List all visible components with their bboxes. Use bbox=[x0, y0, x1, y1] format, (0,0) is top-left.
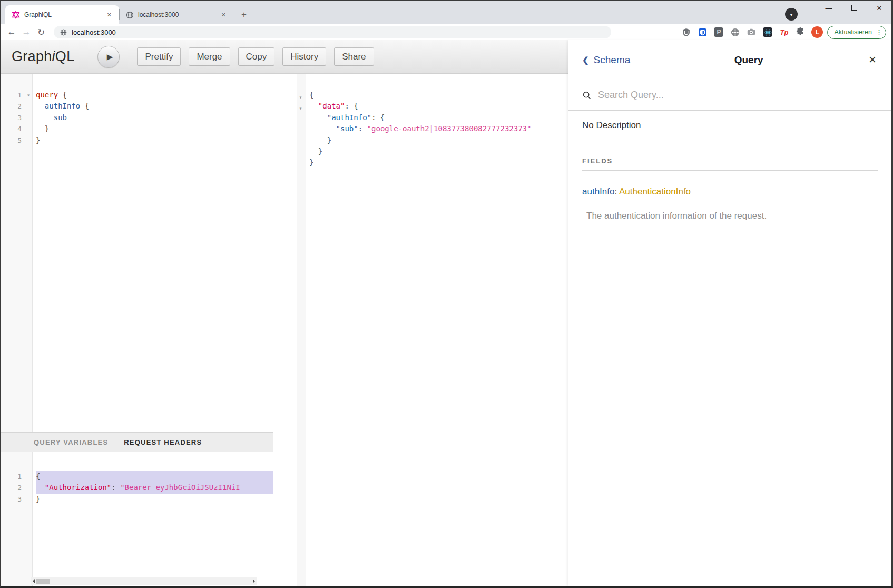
new-tab-button[interactable]: + bbox=[237, 7, 251, 22]
code-line: query { bbox=[36, 90, 273, 101]
gutter-line: 3 bbox=[1, 494, 32, 505]
browser-window: GraphiQL ✕ localhost:3000 ✕ + ▾ — ✕ ← → bbox=[0, 0, 893, 588]
code-line: "sub": "google-oauth2|108377380082777232… bbox=[309, 123, 568, 134]
reload-button[interactable]: ↻ bbox=[34, 27, 48, 38]
scrollbar-thumb[interactable] bbox=[36, 579, 50, 584]
gutter-line: 3 bbox=[1, 112, 32, 123]
gutter-line: ▾ bbox=[297, 91, 306, 102]
schema-back-link[interactable]: ❮ Schema bbox=[582, 54, 630, 66]
code-line: { bbox=[36, 471, 273, 482]
execute-query-button[interactable]: ▶ bbox=[97, 46, 120, 68]
query-editor-code[interactable]: query { authInfo { sub }} bbox=[33, 74, 273, 432]
toolbar-buttons: Prettify Merge Copy History Share bbox=[137, 47, 374, 66]
share-button[interactable]: Share bbox=[334, 47, 374, 66]
graphql-logo-icon bbox=[12, 11, 20, 19]
fold-arrow-icon[interactable]: ▾ bbox=[299, 105, 302, 111]
gutter-line: 2 bbox=[1, 101, 32, 112]
fold-arrow-icon[interactable]: ▾ bbox=[27, 90, 30, 101]
code-line: authInfo { bbox=[36, 101, 273, 112]
tab-close-icon[interactable]: ✕ bbox=[219, 11, 228, 19]
code-line: "authInfo": { bbox=[309, 112, 568, 123]
code-line: } bbox=[36, 135, 273, 146]
ublock-origin-icon[interactable] bbox=[679, 25, 693, 39]
headers-editor-gutter: 123 bbox=[1, 452, 33, 586]
fold-arrow-icon[interactable]: ▾ bbox=[299, 94, 302, 100]
result-pane: ▾▾ { "data": { "authInfo": { "sub": "goo… bbox=[273, 74, 568, 586]
type-description: No Description bbox=[582, 120, 878, 131]
browser-tab-graphiql[interactable]: GraphiQL ✕ bbox=[5, 5, 119, 24]
gutter-line: 5 bbox=[1, 135, 32, 146]
code-line: } bbox=[36, 123, 273, 134]
tab-close-icon[interactable]: ✕ bbox=[105, 11, 114, 19]
fields-section-label: FIELDS bbox=[582, 157, 878, 171]
profile-avatar[interactable]: L bbox=[811, 26, 823, 38]
gutter-line bbox=[297, 159, 306, 170]
code-line: sub bbox=[36, 112, 273, 123]
result-fold-gutter: ▾▾ bbox=[297, 74, 306, 586]
query-pane: 1▾2345 query { authInfo { sub }} QUERY V… bbox=[1, 74, 273, 586]
tab-request-headers[interactable]: REQUEST HEADERS bbox=[124, 438, 202, 446]
gutter-line bbox=[297, 148, 306, 159]
minimize-button[interactable]: — bbox=[824, 4, 833, 12]
globe-icon bbox=[126, 11, 134, 19]
scroll-left-icon[interactable] bbox=[33, 579, 35, 583]
horizontal-scrollbar[interactable] bbox=[31, 577, 257, 585]
close-window-button[interactable]: ✕ bbox=[875, 4, 884, 12]
graphiql-logo: GraphiQL bbox=[12, 48, 74, 65]
gutter-line bbox=[297, 136, 306, 148]
extensions-puzzle-icon[interactable] bbox=[793, 25, 807, 39]
globe-icon bbox=[60, 29, 67, 36]
prettify-button[interactable]: Prettify bbox=[137, 47, 181, 66]
gutter-line: 1 bbox=[1, 471, 32, 482]
element-picker-icon[interactable] bbox=[728, 25, 742, 39]
back-button[interactable]: ← bbox=[4, 27, 19, 37]
tab-query-variables[interactable]: QUERY VARIABLES bbox=[34, 438, 108, 446]
chevron-left-icon: ❮ bbox=[582, 55, 589, 65]
address-bar[interactable]: localhost:3000 bbox=[54, 26, 611, 38]
field-name-link[interactable]: authInfo bbox=[582, 187, 614, 197]
screenshot-camera-icon[interactable] bbox=[744, 25, 758, 39]
gutter-line bbox=[297, 114, 306, 125]
search-icon bbox=[582, 91, 592, 100]
p-extension-icon[interactable]: P bbox=[712, 25, 725, 39]
secondary-editor-tabs: QUERY VARIABLES REQUEST HEADERS bbox=[1, 432, 273, 452]
forward-button: → bbox=[19, 27, 34, 37]
tab-menu-dropdown-icon[interactable]: ▾ bbox=[785, 8, 798, 21]
update-button-label: Aktualisieren bbox=[834, 28, 872, 36]
history-button[interactable]: History bbox=[282, 47, 326, 66]
field-separator: : bbox=[614, 187, 619, 197]
request-headers-editor[interactable]: 123 { "Authorization": "Bearer eyJhbGciO… bbox=[1, 452, 273, 586]
address-text: localhost:3000 bbox=[72, 28, 116, 36]
close-doc-icon[interactable]: ✕ bbox=[867, 53, 878, 67]
kebab-menu-icon[interactable]: ⋮ bbox=[876, 28, 882, 36]
query-editor[interactable]: 1▾2345 query { authInfo { sub }} bbox=[1, 74, 273, 432]
graphiql-topbar: GraphiQL ▶ Prettify Merge Copy History S… bbox=[1, 40, 568, 74]
copy-button[interactable]: Copy bbox=[238, 47, 275, 66]
schema-back-label: Schema bbox=[594, 54, 631, 66]
maximize-icon bbox=[851, 5, 857, 11]
tab-title: localhost:3000 bbox=[138, 11, 219, 18]
gutter-line: 1▾ bbox=[1, 90, 32, 101]
browser-tab-localhost[interactable]: localhost:3000 ✕ bbox=[120, 5, 233, 24]
result-left-spacer bbox=[273, 74, 297, 586]
react-devtools-icon[interactable] bbox=[761, 25, 774, 39]
gutter-line: ▾ bbox=[297, 102, 306, 113]
field-type-link[interactable]: AuthenticationInfo bbox=[619, 187, 691, 197]
scroll-right-icon[interactable] bbox=[253, 579, 255, 583]
doc-search-input[interactable] bbox=[598, 90, 878, 101]
tampermonkey-icon[interactable]: Tp bbox=[777, 25, 791, 39]
maximize-button[interactable] bbox=[849, 4, 859, 12]
browser-toolbar: ← → ↻ localhost:3000 P bbox=[1, 24, 891, 40]
merge-button[interactable]: Merge bbox=[189, 47, 230, 66]
code-line: "data": { bbox=[309, 101, 568, 112]
code-line: } bbox=[309, 135, 568, 146]
code-line: } bbox=[309, 146, 568, 157]
bitwarden-icon[interactable] bbox=[695, 25, 709, 39]
gutter-line: 4 bbox=[1, 123, 32, 134]
window-controls: — ✕ bbox=[824, 4, 884, 12]
result-viewer: { "data": { "authInfo": { "sub": "google… bbox=[306, 74, 568, 586]
headers-editor-code[interactable]: { "Authorization": "Bearer eyJhbGciOiJSU… bbox=[33, 452, 273, 586]
tab-title: GraphiQL bbox=[24, 11, 105, 18]
play-icon: ▶ bbox=[107, 52, 113, 62]
update-button[interactable]: Aktualisieren ⋮ bbox=[827, 26, 886, 39]
